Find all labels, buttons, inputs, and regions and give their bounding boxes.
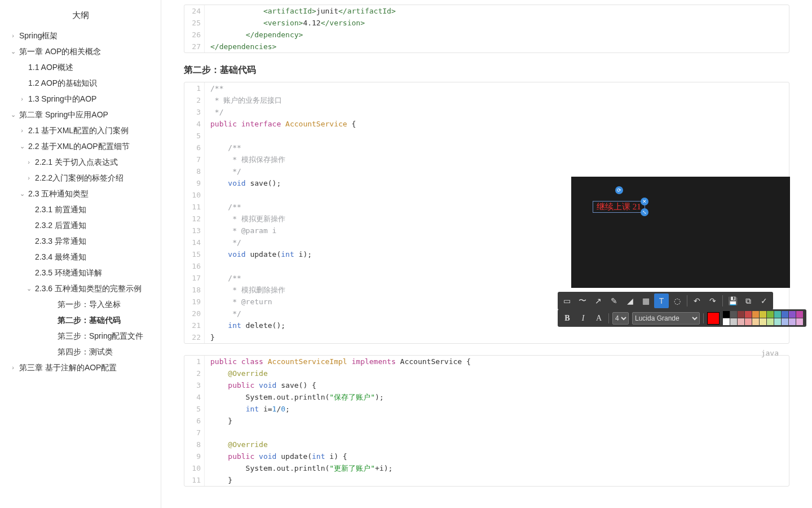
sidebar-item[interactable]: 2.3.4 最终通知 (0, 249, 161, 265)
annotation-textbox[interactable]: 继续上课 21 ✕ ⤡ (593, 201, 645, 213)
bold-button[interactable]: B (561, 312, 573, 325)
chevron-right-icon[interactable]: › (26, 170, 32, 186)
sidebar-item[interactable]: 2.3.5 环绕通知详解 (0, 265, 161, 281)
sidebar-item[interactable]: ⌄第一章 AOP的相关概念 (0, 43, 161, 59)
sidebar-item-label: 2.2 基于XML的AOP配置细节 (28, 138, 130, 154)
save-icon[interactable]: 💾 (725, 294, 740, 308)
color-swatch[interactable] (774, 318, 781, 325)
color-swatch[interactable] (723, 318, 730, 325)
tool-rect-icon[interactable]: ▭ (559, 294, 574, 308)
color-swatch[interactable] (752, 311, 759, 318)
sidebar-item-label: 2.3.6 五种通知类型的完整示例 (35, 281, 142, 296)
color-swatch[interactable] (796, 318, 803, 325)
confirm-icon[interactable]: ✓ (757, 294, 771, 308)
color-swatch[interactable] (782, 318, 788, 325)
sidebar-item[interactable]: ⌄第二章 Spring中应用AOP (0, 107, 161, 122)
chevron-down-icon[interactable]: ⌄ (10, 43, 16, 59)
current-color-swatch[interactable] (707, 312, 720, 325)
sidebar-item[interactable]: 1.2 AOP的基础知识 (0, 75, 161, 91)
chevron-down-icon[interactable]: ⌄ (19, 186, 25, 202)
color-swatch[interactable] (760, 311, 766, 318)
line-number: 1 (184, 82, 205, 94)
color-swatch[interactable] (774, 311, 781, 318)
color-swatch[interactable] (796, 311, 803, 318)
chevron-right-icon[interactable]: › (10, 28, 16, 43)
sidebar-item[interactable]: 1.1 AOP概述 (0, 59, 161, 75)
chevron-right-icon[interactable]: › (26, 154, 32, 170)
font-family-select[interactable]: Lucida Grande (632, 312, 700, 325)
code-line: public void save() { (205, 379, 789, 391)
sidebar-item[interactable]: ›1.3 Spring中的AOP (0, 91, 161, 107)
chevron-right-icon[interactable]: › (19, 122, 25, 138)
color-swatch[interactable] (730, 318, 737, 325)
rotate-handle-icon[interactable]: ⟳ (615, 186, 623, 194)
sidebar-item-label: 2.3.3 异常通知 (35, 233, 86, 249)
sidebar-item-label: 2.3 五种通知类型 (28, 186, 89, 202)
annotation-overlay[interactable]: ⟳ 继续上课 21 ✕ ⤡ (571, 177, 790, 288)
color-swatch[interactable] (760, 318, 766, 325)
tool-text-icon[interactable]: T (654, 294, 669, 308)
line-number: 3 (184, 379, 205, 391)
tool-highlighter-icon[interactable]: ◢ (623, 294, 637, 308)
redo-icon[interactable]: ↷ (705, 294, 720, 308)
sidebar-item[interactable]: 2.3.1 前置通知 (0, 202, 161, 217)
line-number: 4 (184, 118, 205, 130)
color-swatch[interactable] (767, 311, 774, 318)
tool-pencil-icon[interactable]: ✎ (607, 294, 621, 308)
chevron-down-icon[interactable]: ⌄ (26, 281, 32, 296)
sidebar-item-label: Spring框架 (19, 28, 58, 43)
sidebar-item-label: 2.3.5 环绕通知详解 (35, 265, 102, 281)
sidebar-title: 大纲 (0, 7, 161, 28)
sidebar-item[interactable]: ⌄2.3.6 五种通知类型的完整示例 (0, 281, 161, 296)
color-swatch[interactable] (723, 311, 730, 318)
undo-icon[interactable]: ↶ (690, 294, 704, 308)
color-swatch[interactable] (745, 318, 752, 325)
line-number: 1 (184, 356, 205, 367)
font-size-select[interactable]: 4 (612, 312, 629, 325)
sidebar-item[interactable]: 第四步：测试类 (0, 344, 161, 360)
line-number: 8 (184, 165, 205, 177)
sidebar-item[interactable]: 2.3.3 异常通知 (0, 233, 161, 249)
line-number: 11 (184, 474, 205, 486)
sidebar-item[interactable]: 第一步：导入坐标 (0, 296, 161, 312)
chevron-down-icon[interactable]: ⌄ (19, 138, 25, 154)
tool-eraser-icon[interactable]: ◌ (670, 294, 685, 308)
sidebar-item[interactable]: ›2.2.2入门案例的标签介绍 (0, 170, 161, 186)
sidebar-item[interactable]: ›Spring框架 (0, 28, 161, 43)
copy-icon[interactable]: ⧉ (741, 294, 756, 308)
color-swatch[interactable] (738, 311, 744, 318)
color-swatch[interactable] (745, 311, 752, 318)
toolbar-separator (703, 313, 704, 323)
section-heading: 第二步：基础代码 (184, 64, 789, 76)
sidebar-item[interactable]: ›2.2.1 关于切入点表达式 (0, 154, 161, 170)
line-number: 26 (184, 29, 205, 41)
tool-mosaic-icon[interactable]: ▦ (638, 294, 653, 308)
color-swatch[interactable] (789, 318, 796, 325)
chevron-right-icon[interactable]: › (19, 91, 25, 107)
font-style-button[interactable]: A (593, 312, 605, 325)
color-swatch[interactable] (738, 318, 744, 325)
annotation-text: 继续上课 21 (597, 202, 641, 211)
sidebar-item[interactable]: 第二步：基础代码 (0, 312, 161, 328)
close-icon[interactable]: ✕ (641, 198, 648, 205)
line-number: 12 (184, 213, 205, 225)
code-line (205, 130, 789, 142)
resize-handle-icon[interactable]: ⤡ (641, 208, 648, 216)
sidebar-item[interactable]: 2.3.2 后置通知 (0, 217, 161, 233)
sidebar-item[interactable]: 第三步：Spring配置文件 (0, 328, 161, 344)
italic-button[interactable]: I (577, 312, 589, 325)
color-swatch[interactable] (752, 318, 759, 325)
color-swatch[interactable] (730, 311, 737, 318)
sidebar-item[interactable]: ⌄2.2 基于XML的AOP配置细节 (0, 138, 161, 154)
tool-line-icon[interactable]: 〜 (575, 294, 590, 308)
color-swatch[interactable] (789, 311, 796, 318)
color-swatch[interactable] (767, 318, 774, 325)
chevron-right-icon[interactable]: › (10, 360, 16, 375)
sidebar-item[interactable]: ›第三章 基于注解的AOP配置 (0, 360, 161, 375)
sidebar-item[interactable]: ›2.1 基于XML配置的入门案例 (0, 122, 161, 138)
sidebar-item[interactable]: ⌄2.3 五种通知类型 (0, 186, 161, 202)
chevron-down-icon[interactable]: ⌄ (10, 107, 16, 122)
sidebar: 大纲 ›Spring框架⌄第一章 AOP的相关概念1.1 AOP概述1.2 AO… (0, 0, 161, 508)
tool-arrow-icon[interactable]: ↗ (591, 294, 606, 308)
color-swatch[interactable] (782, 311, 788, 318)
